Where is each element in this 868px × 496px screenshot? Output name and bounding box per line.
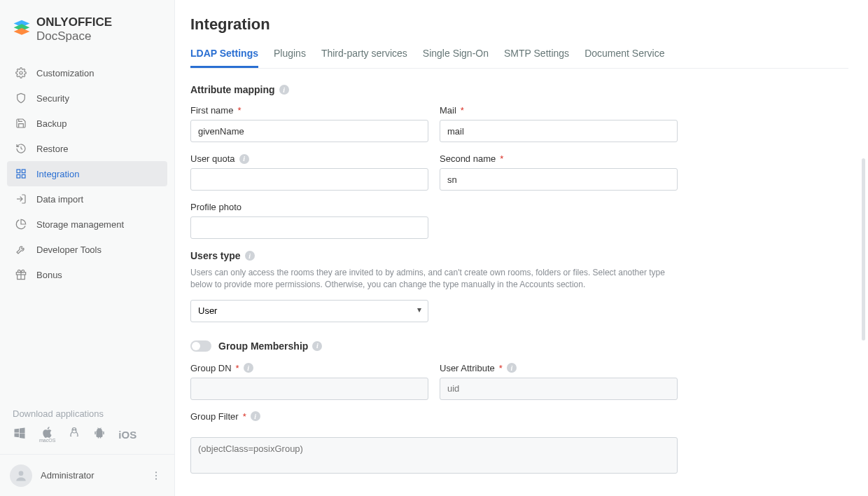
info-icon[interactable]: i [245, 251, 255, 261]
download-applications: Download applications macOS iOS [0, 408, 174, 454]
label-user-quota: User quota i [190, 153, 428, 164]
shield-icon [14, 92, 28, 104]
tab-third-party-services[interactable]: Third-party services [321, 48, 407, 68]
svg-point-21 [155, 471, 157, 473]
svg-point-23 [155, 478, 157, 479]
svg-line-5 [21, 149, 22, 149]
input-mail[interactable] [440, 120, 678, 142]
download-applications-title: Download applications [13, 408, 162, 419]
profile-menu-button[interactable] [148, 467, 164, 484]
svg-line-19 [101, 428, 102, 429]
section-users-type-heading: Users type i [190, 250, 848, 261]
info-icon[interactable]: i [239, 154, 249, 164]
svg-point-22 [155, 474, 157, 476]
sidebar-item-integration[interactable]: Integration [7, 161, 167, 186]
label-group-membership: Group Membership i [218, 340, 322, 352]
brand-subname: DocSpace [36, 29, 91, 43]
input-group-filter [190, 437, 678, 474]
sidebar-item-label: Security [36, 93, 69, 104]
info-icon[interactable]: i [507, 363, 517, 373]
sidebar-item-dev-tools[interactable]: Developer Tools [7, 237, 167, 262]
input-user-attribute [440, 378, 678, 400]
integration-icon [14, 168, 28, 179]
sidebar-item-security[interactable]: Security [7, 85, 167, 111]
sidebar-item-label: Data import [36, 194, 83, 205]
restore-icon [14, 143, 28, 154]
main-content: Integration LDAP Settings Plugins Third-… [175, 0, 868, 496]
label-mail: Mail * [440, 105, 678, 116]
sidebar-item-label: Bonus [36, 270, 62, 280]
input-group-dn [190, 378, 428, 400]
select-users-type[interactable]: User [190, 300, 428, 322]
android-icon[interactable] [93, 427, 106, 442]
sidebar-item-label: Storage management [36, 219, 124, 230]
info-icon[interactable]: i [251, 411, 260, 421]
input-first-name[interactable] [190, 120, 428, 142]
sidebar-item-restore[interactable]: Restore [7, 136, 167, 161]
toggle-group-membership[interactable] [190, 340, 211, 352]
info-icon[interactable]: i [312, 341, 322, 351]
avatar[interactable] [10, 464, 32, 487]
label-first-name: First name * [190, 105, 428, 116]
brand-logo-icon [13, 19, 31, 40]
svg-marker-2 [14, 28, 30, 35]
tabs: LDAP Settings Plugins Third-party servic… [190, 48, 848, 69]
profile-bar: Administrator [0, 454, 174, 496]
section-attribute-mapping-heading: Attribute mapping i [190, 84, 848, 95]
users-type-helper: Users can only access the rooms they are… [190, 267, 680, 291]
brand-name: ONLYOFFICE [36, 15, 112, 29]
required-star: * [500, 153, 503, 164]
svg-rect-6 [17, 170, 20, 173]
scrollbar[interactable] [862, 158, 865, 340]
required-star: * [499, 363, 503, 373]
svg-point-3 [20, 71, 22, 74]
tab-document-service[interactable]: Document Service [584, 48, 664, 68]
sidebar-item-data-import[interactable]: Data import [7, 186, 167, 212]
sidebar-item-customization[interactable]: Customization [7, 60, 167, 85]
svg-point-20 [19, 471, 24, 476]
svg-point-14 [73, 429, 74, 431]
svg-rect-17 [104, 432, 105, 435]
ios-icon[interactable]: iOS [118, 429, 136, 441]
select-users-type-native[interactable]: User [190, 300, 428, 322]
sidebar-item-label: Developer Tools [36, 244, 102, 255]
info-icon[interactable]: i [244, 363, 253, 373]
label-group-dn: Group DN * i [190, 363, 428, 373]
required-star: * [461, 105, 464, 116]
label-second-name: Second name * [440, 153, 678, 164]
tools-icon [14, 244, 28, 255]
label-profile-photo: Profile photo [190, 202, 428, 212]
windows-icon[interactable] [13, 426, 27, 443]
input-profile-photo[interactable] [190, 216, 428, 239]
linux-icon[interactable] [68, 427, 80, 442]
input-second-name[interactable] [440, 168, 678, 191]
import-icon [14, 193, 28, 205]
sidebar-item-label: Restore [36, 144, 69, 154]
info-icon[interactable]: i [279, 85, 289, 95]
pie-icon [14, 219, 28, 230]
gear-icon [14, 67, 28, 78]
tab-single-sign-on[interactable]: Single Sign-On [423, 48, 489, 68]
tab-smtp-settings[interactable]: SMTP Settings [504, 48, 569, 68]
svg-rect-16 [95, 432, 97, 435]
svg-rect-9 [17, 174, 20, 178]
svg-point-15 [75, 429, 76, 431]
sidebar: ONLYOFFICE DocSpace Customization Securi… [0, 0, 175, 496]
tab-ldap-settings[interactable]: LDAP Settings [190, 48, 258, 68]
sidebar-item-label: Integration [36, 169, 79, 179]
required-star: * [243, 411, 246, 422]
macos-icon[interactable]: macOS [39, 427, 55, 443]
sidebar-item-bonus[interactable]: Bonus [7, 262, 167, 287]
sidebar-item-label: Backup [36, 118, 66, 129]
tab-plugins[interactable]: Plugins [274, 48, 306, 68]
page-title: Integration [190, 15, 848, 34]
sidebar-item-backup[interactable]: Backup [7, 111, 167, 136]
required-star: * [237, 105, 241, 116]
svg-line-18 [98, 428, 99, 429]
input-user-quota[interactable] [190, 168, 428, 191]
sidebar-item-storage[interactable]: Storage management [7, 212, 167, 237]
save-icon [14, 118, 28, 129]
svg-rect-8 [22, 174, 25, 178]
sidebar-item-label: Customization [36, 68, 94, 78]
group-membership-row: Group Membership i [190, 340, 848, 352]
